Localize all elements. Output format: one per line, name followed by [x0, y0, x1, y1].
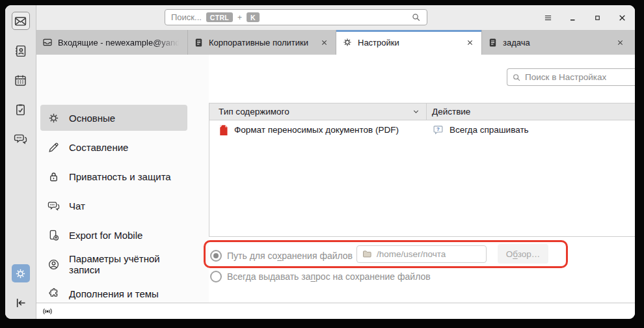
minimize-button[interactable]: [567, 12, 578, 23]
tab-label: Корпоративные политики: [209, 38, 308, 48]
chevron-down-icon: [412, 107, 420, 116]
settings-nav: Основные Составление Приватность и защит…: [36, 55, 209, 303]
save-path-option-row: Путь для сохранения файлов /home/user/по…: [210, 246, 353, 266]
search-icon: [411, 12, 421, 22]
nav-item-label: Составление: [69, 142, 128, 153]
save-path-value: /home/user/почта: [377, 249, 446, 259]
save-path-field[interactable]: /home/user/почта: [356, 245, 487, 263]
column-header-action[interactable]: Действие: [427, 103, 635, 120]
settings-content: Основные Составление Приватность и защит…: [36, 55, 635, 303]
settings-panel: Поиск в Настройках Тип содержимого Дейст…: [209, 55, 635, 303]
content-type-cell: Формат переносимых документов (PDF): [209, 124, 426, 136]
mail-space-button[interactable]: [12, 12, 30, 30]
nav-item-label: Приватность и защита: [69, 171, 171, 182]
minimize-icon: [569, 14, 577, 22]
tasks-space-button[interactable]: [12, 101, 29, 118]
nav-item-label: Export for Mobile: [69, 230, 142, 241]
chat-space-button[interactable]: [12, 130, 29, 147]
pencil-icon: [47, 141, 60, 154]
kbd-k-badge: K: [247, 12, 260, 22]
spaces-toolbar: [5, 5, 36, 319]
address-book-icon: [14, 44, 27, 58]
hamburger-icon: [544, 14, 552, 22]
calendar-icon: [14, 74, 27, 87]
nav-item-addons-themes[interactable]: Дополнения и темы: [40, 280, 187, 307]
nav-item-export-mobile[interactable]: Export for Mobile: [40, 222, 187, 248]
action-label: Всегда спрашивать: [449, 125, 529, 135]
lock-icon: [47, 171, 60, 183]
mail-icon: [14, 14, 27, 28]
settings-space-button[interactable]: [12, 264, 30, 282]
label-accesskey: п: [310, 271, 315, 282]
pdf-icon: [219, 124, 228, 136]
close-icon: [321, 39, 328, 46]
column-label: Тип содержимого: [219, 107, 289, 116]
close-tab-button[interactable]: [614, 36, 626, 48]
kbd-ctrl-badge: CTRL: [206, 12, 233, 22]
tab-label: задача: [503, 38, 530, 48]
nav-item-privacy[interactable]: Приватность и защита: [40, 163, 187, 189]
global-search-input[interactable]: Поиск... CTRL + K: [165, 9, 427, 25]
always-ask-label: Всегда выдавать запрос на сохранение фай…: [227, 271, 431, 282]
inbox-icon: [42, 37, 53, 48]
question-bubble-icon: [433, 124, 444, 135]
tab-bar: Входящие - newexample@yande Корпоративны…: [36, 30, 635, 55]
save-path-radio[interactable]: [210, 250, 222, 262]
settings-gear-icon: [14, 267, 27, 280]
document-icon: [194, 38, 204, 48]
app-menu-button[interactable]: [543, 12, 553, 23]
label-part: О: [506, 249, 513, 259]
collapse-spaces-button[interactable]: [12, 294, 29, 311]
search-icon: [512, 73, 521, 82]
close-icon: [618, 14, 626, 22]
document-icon: [488, 38, 498, 48]
tab-inbox[interactable]: Входящие - newexample@yande: [36, 30, 188, 55]
maximize-button[interactable]: [592, 12, 602, 23]
content-types-table: Тип содержимого Действие Формат переноси…: [209, 103, 635, 237]
browse-button[interactable]: Обзор…: [498, 244, 548, 264]
nav-item-label: Основные: [69, 113, 115, 124]
always-ask-radio[interactable]: [210, 271, 222, 282]
table-header: Тип содержимого Действие: [209, 103, 635, 120]
tab-label: Входящие - newexample@yande: [58, 38, 181, 48]
nav-item-chat[interactable]: Чат: [40, 193, 187, 219]
calendar-space-button[interactable]: [12, 72, 29, 89]
nav-item-composition[interactable]: Составление: [40, 134, 187, 160]
label-part: зор…: [518, 249, 541, 259]
window-controls: [543, 5, 627, 30]
label-part: рос на сохранение файлов: [315, 271, 431, 282]
folder-icon: [362, 250, 372, 258]
label-part: Путь для со: [227, 251, 277, 261]
close-tab-button[interactable]: [318, 36, 330, 48]
gear-icon: [47, 112, 60, 124]
always-ask-option-row: Всегда выдавать запрос на сохранение фай…: [210, 267, 431, 286]
close-icon: [617, 39, 624, 46]
settings-search-placeholder: Поиск в Настройках: [525, 72, 606, 82]
settings-search-input[interactable]: Поиск в Настройках: [507, 68, 635, 86]
nav-item-general[interactable]: Основные: [40, 105, 187, 131]
table-row[interactable]: Формат переносимых документов (PDF) Всег…: [209, 120, 635, 139]
broadcast-icon: [42, 307, 53, 316]
maximize-icon: [594, 14, 601, 21]
nav-item-account-settings[interactable]: Параметры учётной записи: [40, 251, 187, 277]
tab-settings[interactable]: Настройки: [336, 30, 482, 55]
close-window-button[interactable]: [617, 12, 627, 23]
chat-icon: [47, 200, 60, 212]
tab-label: Настройки: [358, 38, 399, 48]
tab-task[interactable]: задача: [482, 30, 635, 55]
kbd-plus: +: [237, 13, 242, 22]
column-header-content-type[interactable]: Тип содержимого: [209, 103, 426, 120]
app-window: Поиск... CTRL + K Входящие - newexample@…: [5, 5, 635, 319]
puzzle-icon: [47, 288, 60, 300]
save-path-label: Путь для сохранения файлов: [227, 251, 353, 261]
close-icon: [466, 39, 474, 46]
address-book-space-button[interactable]: [12, 42, 29, 59]
gear-icon: [342, 37, 353, 48]
nav-item-label: Чат: [69, 200, 85, 212]
collapse-icon: [14, 296, 27, 310]
tab-corporate-policies[interactable]: Корпоративные политики: [188, 30, 336, 55]
label-part: ранения файлов: [282, 251, 353, 261]
close-tab-button[interactable]: [464, 36, 476, 48]
tasks-icon: [14, 103, 27, 116]
main-column: Поиск... CTRL + K Входящие - newexample@…: [36, 5, 635, 319]
